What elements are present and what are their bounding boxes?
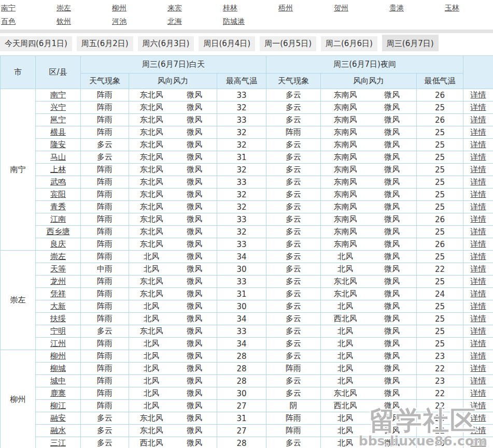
detail-link[interactable]: 详情: [471, 214, 486, 224]
detail-link[interactable]: 详情: [471, 438, 486, 447]
district-link[interactable]: 兴宁: [50, 103, 66, 112]
high-temp-cell: 33: [217, 325, 266, 338]
detail-link[interactable]: 详情: [471, 289, 486, 298]
district-link[interactable]: 横县: [50, 127, 66, 137]
table-row: 西乡塘阵雨东北风微风32多云东南风微风25详情: [1, 226, 493, 238]
city-link[interactable]: 桂林: [223, 4, 278, 13]
detail-link[interactable]: 详情: [471, 277, 486, 286]
date-tab-selected[interactable]: 周三(6月7日): [382, 35, 439, 51]
district-link[interactable]: 南宁: [50, 90, 66, 99]
detail-link[interactable]: 详情: [471, 252, 486, 261]
city-link[interactable]: 河池: [112, 17, 167, 26]
wind-direction: 东南风: [322, 103, 369, 112]
city-link[interactable]: 百色: [1, 17, 57, 26]
detail-link[interactable]: 详情: [471, 301, 486, 311]
night-wind-cell: 北风微风: [321, 437, 417, 448]
district-link[interactable]: 西乡塘: [47, 227, 70, 236]
district-link[interactable]: 武鸣: [50, 177, 66, 186]
detail-link[interactable]: 详情: [471, 264, 486, 273]
city-link[interactable]: 北海: [167, 17, 223, 26]
city-link[interactable]: 防城港: [223, 17, 278, 26]
district-link[interactable]: 马山: [50, 152, 66, 162]
wind-force: 微风: [173, 401, 216, 411]
detail-link[interactable]: 详情: [471, 103, 486, 112]
detail-link[interactable]: 详情: [471, 127, 486, 137]
district-link[interactable]: 隆安: [50, 140, 66, 149]
city-link[interactable]: 钦州: [57, 17, 112, 26]
date-tab[interactable]: 周二(6月6日): [321, 36, 377, 51]
wind-direction: 东南风: [322, 190, 369, 199]
district-link[interactable]: 柳州: [50, 351, 66, 360]
date-tab[interactable]: 周一(6月5日): [260, 36, 316, 51]
district-link[interactable]: 大新: [50, 301, 66, 311]
date-tab[interactable]: 周六(6月3日): [138, 36, 194, 51]
district-link[interactable]: 融安: [50, 413, 66, 423]
detail-link[interactable]: 详情: [471, 190, 486, 199]
detail-link[interactable]: 详情: [471, 364, 486, 373]
district-link[interactable]: 江南: [50, 214, 66, 224]
detail-link[interactable]: 详情: [471, 339, 486, 348]
detail-link[interactable]: 详情: [471, 115, 486, 124]
detail-link[interactable]: 详情: [471, 227, 486, 236]
district-link[interactable]: 崇左: [50, 252, 66, 261]
detail-link[interactable]: 详情: [471, 376, 486, 385]
detail-link[interactable]: 详情: [471, 413, 486, 423]
night-wind-cell: 西北风微风: [321, 400, 417, 412]
city-link[interactable]: 贺州: [334, 4, 389, 13]
detail-link[interactable]: 详情: [471, 140, 486, 149]
district-link[interactable]: 城中: [50, 376, 66, 385]
detail-link[interactable]: 详情: [471, 388, 486, 398]
district-link[interactable]: 青秀: [50, 202, 66, 211]
detail-link[interactable]: 详情: [471, 426, 486, 435]
detail-link[interactable]: 详情: [471, 90, 486, 99]
district-link[interactable]: 江州: [50, 339, 66, 348]
district-link[interactable]: 邕宁: [50, 115, 66, 124]
table-row: 三江多云西北风微风28多云北风微风20详情: [1, 437, 493, 448]
district-link[interactable]: 柳城: [50, 364, 66, 373]
detail-link[interactable]: 详情: [471, 401, 486, 410]
city-link[interactable]: 贵港: [389, 4, 445, 13]
high-temp-cell: 32: [217, 139, 266, 151]
district-link[interactable]: 柳江: [50, 401, 66, 410]
date-tab[interactable]: 今天周四(6月1日): [0, 36, 72, 51]
detail-link[interactable]: 详情: [471, 326, 486, 336]
detail-link[interactable]: 详情: [471, 177, 486, 186]
night-weather-cell: 多云: [266, 263, 321, 276]
detail-link[interactable]: 详情: [471, 314, 486, 323]
wind-force: 微风: [369, 152, 415, 162]
wind-direction: 北风: [322, 351, 369, 361]
district-link[interactable]: 龙州: [50, 277, 66, 286]
city-link[interactable]: 崇左: [57, 4, 112, 13]
detail-cell: 详情: [463, 201, 493, 213]
district-link[interactable]: 上林: [50, 165, 66, 174]
city-link[interactable]: 梧州: [278, 4, 334, 13]
district-link[interactable]: 融水: [50, 426, 66, 435]
detail-link[interactable]: 详情: [471, 202, 486, 211]
city-link[interactable]: 玉林: [445, 4, 493, 13]
district-link[interactable]: 鹿寨: [50, 388, 66, 398]
district-link[interactable]: 宁明: [50, 326, 66, 336]
detail-link[interactable]: 详情: [471, 165, 486, 174]
detail-link[interactable]: 详情: [471, 351, 486, 360]
detail-cell: 详情: [463, 176, 493, 189]
city-link[interactable]: 南宁: [1, 4, 57, 13]
table-row: 柳江阵雨北风微风27阴西北风微风22详情: [1, 400, 493, 412]
table-row: 鹿寨阵雨北风微风30多云东北风微风22详情: [1, 387, 493, 400]
night-weather-cell: 多云: [266, 201, 321, 213]
district-link[interactable]: 扶绥: [50, 314, 66, 323]
district-link[interactable]: 良庆: [50, 239, 66, 249]
city-link[interactable]: 柳州: [112, 4, 167, 13]
district-link[interactable]: 宾阳: [50, 190, 66, 199]
date-tab[interactable]: 周日(6月4日): [199, 36, 255, 51]
wind-force: 微风: [173, 351, 216, 361]
day-wind-cell: 北风微风: [129, 387, 217, 400]
city-link[interactable]: 来宾: [167, 4, 223, 13]
date-tab[interactable]: 周五(6月2日): [77, 36, 133, 51]
district-link[interactable]: 凭祥: [50, 289, 66, 298]
detail-link[interactable]: 详情: [471, 239, 486, 249]
district-link[interactable]: 天等: [50, 264, 66, 273]
detail-link[interactable]: 详情: [471, 152, 486, 162]
district-link[interactable]: 三江: [50, 438, 66, 447]
wind-force: 微风: [369, 90, 415, 100]
wind-direction: 东北风: [130, 103, 173, 112]
